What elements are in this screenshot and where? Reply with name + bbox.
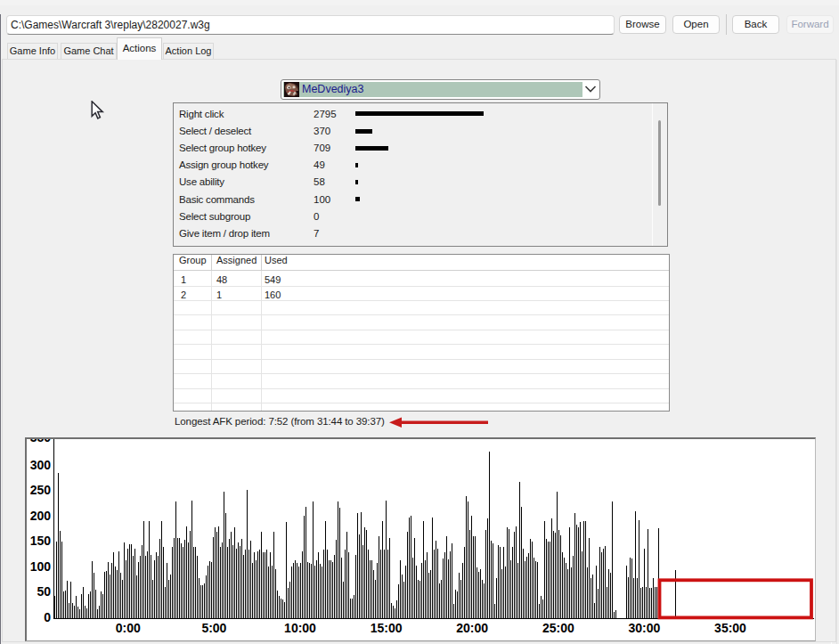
svg-text:100: 100: [30, 558, 52, 573]
svg-text:15:00: 15:00: [371, 620, 403, 634]
svg-text:0: 0: [44, 610, 51, 624]
svg-text:150: 150: [30, 534, 52, 548]
svg-text:5:00: 5:00: [201, 620, 226, 634]
svg-text:20:00: 20:00: [456, 620, 488, 634]
svg-text:200: 200: [30, 508, 52, 522]
svg-text:300: 300: [30, 457, 52, 471]
svg-text:30:00: 30:00: [628, 620, 660, 634]
svg-text:50: 50: [37, 584, 51, 599]
svg-text:35:00: 35:00: [714, 620, 746, 634]
svg-text:0:00: 0:00: [116, 620, 141, 634]
svg-text:10:00: 10:00: [284, 620, 316, 634]
svg-text:25:00: 25:00: [542, 620, 574, 634]
svg-text:350: 350: [30, 439, 52, 444]
svg-text:250: 250: [30, 483, 52, 497]
